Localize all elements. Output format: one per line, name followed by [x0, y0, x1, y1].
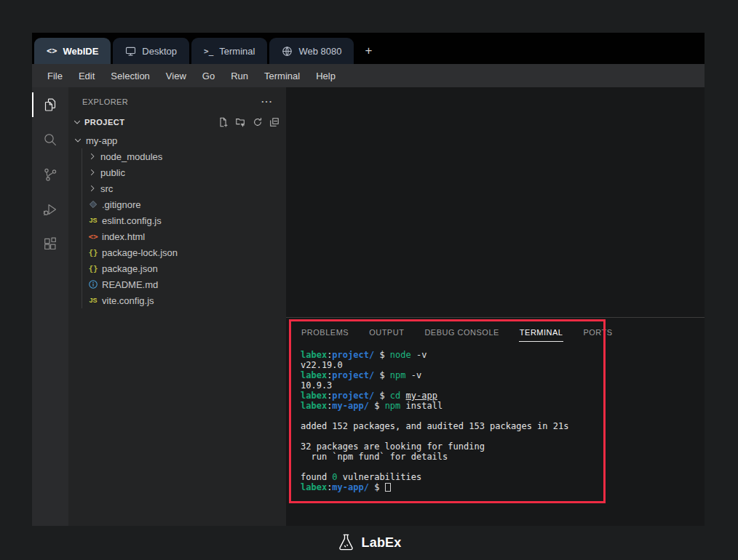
terminal-output[interactable]: labex:project/ $ node -vv22.19.0labex:pr… [286, 345, 705, 526]
env-tab-terminal[interactable]: >_ Terminal [191, 38, 267, 64]
tree-item-index-html[interactable]: <>index.html [68, 228, 286, 244]
tree-item-label: package.json [102, 263, 158, 274]
terminal-line: found 0 vulnerabilities [301, 472, 699, 482]
terminal-line: 10.9.3 [301, 380, 699, 391]
tree-item-label: index.html [102, 231, 145, 242]
more-actions-icon[interactable]: ··· [261, 96, 273, 107]
tree-item-label: .gitignore [102, 199, 140, 210]
tree-item-label: src [100, 183, 113, 194]
tree-item-label: my-app [86, 135, 117, 146]
panel-tab-debug-console[interactable]: DEBUG CONSOLE [424, 321, 499, 342]
git-ignore-icon [87, 200, 100, 209]
activity-item-extensions[interactable] [32, 227, 68, 262]
tree-item-label: eslint.config.js [102, 215, 162, 226]
tree-item-label: public [100, 167, 125, 178]
labex-logo: LabEx [0, 529, 738, 556]
tree-item-package-json[interactable]: {}package.json [68, 260, 286, 276]
json-icon: {} [87, 264, 100, 273]
menu-item-terminal[interactable]: Terminal [264, 71, 300, 81]
activity-item-source-control[interactable] [32, 157, 68, 192]
panel-tab-terminal[interactable]: TERMINAL [519, 321, 564, 342]
monitor-icon [125, 46, 136, 57]
env-tab-label: Desktop [142, 46, 177, 57]
bottom-panel: PROBLEMSOUTPUTDEBUG CONSOLETERMINALPORTS… [286, 317, 705, 526]
menu-item-view[interactable]: View [166, 71, 186, 81]
js-icon: JS [87, 297, 100, 304]
tree-item-label: README.md [102, 279, 158, 290]
chevron-right-icon [87, 183, 98, 193]
menu-item-help[interactable]: Help [316, 71, 336, 81]
terminal-line: labex:my-app/ $ npm install [301, 401, 699, 411]
terminal-line: run `npm fund` for details [301, 452, 699, 462]
chevron-right-icon [87, 167, 98, 177]
activity-bar [32, 87, 68, 526]
terminal-line: v22.19.0 [301, 360, 699, 370]
terminal-line [301, 411, 699, 421]
menu-item-run[interactable]: Run [231, 71, 248, 81]
activity-item-search[interactable] [32, 122, 68, 157]
project-section-label: PROJECT [84, 118, 218, 127]
menu-item-edit[interactable]: Edit [79, 71, 95, 81]
terminal-line: 32 packages are looking for funding [301, 441, 699, 452]
chevron-down-icon [71, 117, 83, 127]
indent-guide [82, 148, 82, 308]
webide-window: <> WebIDE Desktop >_ Terminal Web 8080 +… [32, 33, 705, 526]
menu-bar: FileEditSelectionViewGoRunTerminalHelp [32, 64, 705, 87]
js-icon: JS [87, 217, 100, 224]
tree-item-eslint-config-js[interactable]: JSeslint.config.js [68, 212, 286, 228]
tree-item-public[interactable]: public [68, 164, 286, 180]
menu-item-selection[interactable]: Selection [111, 71, 149, 81]
tree-item-readme-md[interactable]: README.md [68, 276, 286, 292]
explorer-actions [218, 117, 279, 127]
project-section-header[interactable]: PROJECT [68, 113, 286, 131]
env-tab-label: Terminal [219, 46, 255, 57]
refresh-icon[interactable] [253, 117, 263, 127]
tree-item-my-app[interactable]: my-app [68, 132, 286, 148]
env-tab-label: WebIDE [63, 46, 98, 57]
activity-item-run-debug[interactable] [32, 192, 68, 227]
env-tab-web-8080[interactable]: Web 8080 [269, 38, 354, 64]
tree-item-label: node_modules [100, 151, 162, 162]
extensions-icon [41, 236, 59, 253]
new-file-icon[interactable] [218, 117, 229, 127]
menu-item-file[interactable]: File [47, 71, 63, 81]
tree-item--gitignore[interactable]: .gitignore [68, 196, 286, 212]
html-icon: <> [87, 232, 100, 241]
tree-item-vite-config-js[interactable]: JSvite.config.js [68, 292, 286, 308]
terminal-line: labex:project/ $ node -v [301, 350, 699, 360]
terminal-line: labex:project/ $ npm -v [301, 370, 699, 380]
panel-tab-bar: PROBLEMSOUTPUTDEBUG CONSOLETERMINALPORTS [286, 318, 705, 345]
brand-name: LabEx [361, 535, 401, 551]
tree-item-package-lock-json[interactable]: {}package-lock.json [68, 244, 286, 260]
chevron-right-icon [87, 151, 98, 161]
new-tab-button[interactable]: + [356, 38, 381, 64]
info-icon [87, 279, 100, 289]
globe-icon [282, 46, 293, 57]
file-tree: my-app node_modules public src .gitignor… [68, 132, 286, 308]
editor-empty-area[interactable] [286, 87, 705, 317]
environment-tab-bar: <> WebIDE Desktop >_ Terminal Web 8080 + [32, 33, 705, 64]
tree-item-label: package-lock.json [102, 247, 178, 258]
chevron-down-icon [72, 135, 84, 145]
tree-item-node-modules[interactable]: node_modules [68, 148, 286, 164]
panel-tab-problems[interactable]: PROBLEMS [301, 321, 349, 342]
terminal-line [301, 431, 699, 441]
editor-and-panel-area: PROBLEMSOUTPUTDEBUG CONSOLETERMINALPORTS… [286, 87, 705, 526]
new-folder-icon[interactable] [235, 117, 246, 127]
workbench: EXPLORER ··· PROJECT my-app node_modules… [32, 87, 705, 526]
env-tab-webide[interactable]: <> WebIDE [34, 38, 111, 64]
files-icon [41, 96, 59, 113]
activity-item-explorer[interactable] [32, 87, 68, 122]
env-tab-desktop[interactable]: Desktop [113, 38, 189, 64]
explorer-header: EXPLORER ··· [68, 92, 286, 111]
tree-item-src[interactable]: src [68, 180, 286, 196]
env-tab-label: Web 8080 [298, 46, 341, 57]
terminal-line: added 152 packages, and audited 153 pack… [301, 421, 699, 431]
panel-tab-output[interactable]: OUTPUT [368, 321, 405, 342]
explorer-sidebar: EXPLORER ··· PROJECT my-app node_modules… [68, 87, 286, 526]
collapse-all-icon[interactable] [269, 117, 279, 127]
debug-icon [41, 201, 59, 218]
panel-tab-ports[interactable]: PORTS [582, 321, 613, 342]
menu-item-go[interactable]: Go [202, 71, 215, 81]
terminal-line: labex:my-app/ $ [301, 482, 699, 492]
